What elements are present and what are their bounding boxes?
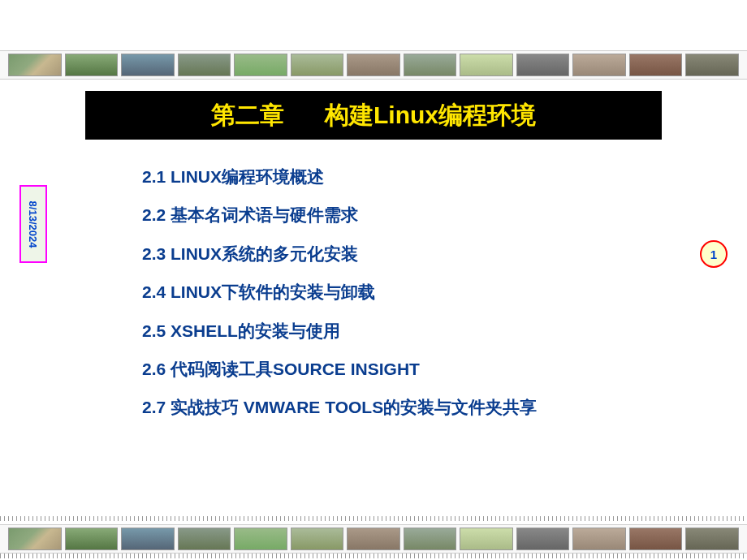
thumbnail (8, 528, 62, 550)
chapter-title-banner: 第二章 构建Linux编程环境 (85, 91, 662, 140)
thumbnail (572, 528, 626, 550)
thumbnail (121, 54, 175, 76)
thumbnail (516, 54, 570, 76)
date-badge: 8/13/2024 (19, 185, 47, 263)
page-number: 1 (710, 248, 717, 261)
thumbnail (516, 528, 570, 550)
thumbnail-strip-bottom (0, 524, 747, 554)
thumbnail (178, 528, 231, 550)
chapter-label: 第二章 (211, 99, 284, 132)
ruler-decoration (0, 516, 747, 521)
date-text: 8/13/2024 (28, 200, 40, 248)
thumbnail (629, 54, 683, 76)
thumbnail (178, 54, 231, 76)
thumbnail (8, 54, 62, 76)
thumbnail (65, 54, 119, 76)
thumbnail (347, 54, 400, 76)
toc-item: 2.7 实战技巧 VMWARE TOOLS的安装与文件夹共享 (142, 395, 646, 419)
ruler-decoration (0, 554, 747, 558)
thumbnail (121, 528, 175, 550)
thumbnail (234, 54, 287, 76)
thumbnail (347, 528, 400, 550)
thumbnail (291, 54, 344, 76)
thumbnail (685, 54, 739, 76)
thumbnail (685, 528, 739, 550)
table-of-contents: 2.1 LINUX编程环境概述 2.2 基本名词术语与硬件需求 2.3 LINU… (142, 165, 646, 434)
thumbnail (404, 54, 457, 76)
thumbnail (460, 54, 513, 76)
thumbnail (234, 528, 287, 550)
toc-item: 2.1 LINUX编程环境概述 (142, 165, 646, 188)
toc-item: 2.3 LINUX系统的多元化安装 (142, 242, 646, 265)
thumbnail (629, 528, 683, 550)
thumbnail (460, 528, 513, 550)
thumbnail (404, 528, 457, 550)
thumbnail (572, 54, 626, 76)
thumbnail (65, 528, 119, 550)
thumbnail (291, 528, 344, 550)
toc-item: 2.5 XSHELL的安装与使用 (142, 319, 646, 342)
thumbnail-strip-top (0, 50, 747, 80)
toc-item: 2.2 基本名词术语与硬件需求 (142, 203, 646, 226)
chapter-title: 构建Linux编程环境 (325, 99, 536, 132)
page-number-badge: 1 (700, 240, 728, 268)
toc-item: 2.4 LINUX下软件的安装与卸载 (142, 280, 646, 304)
toc-item: 2.6 代码阅读工具SOURCE INSIGHT (142, 357, 646, 381)
